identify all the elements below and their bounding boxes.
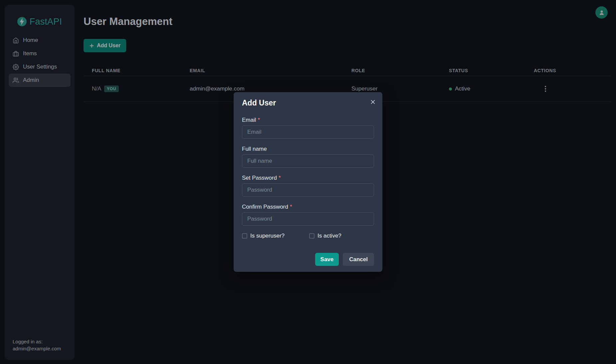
field-full-name: Full name bbox=[242, 145, 374, 168]
is-active-checkbox[interactable] bbox=[309, 233, 314, 239]
checkbox-row: Is superuser? Is active? bbox=[242, 233, 374, 239]
field-label-set-password: Set Password* bbox=[242, 174, 374, 181]
is-active-label: Is active? bbox=[317, 233, 341, 239]
app-root: FastAPI Home Items bbox=[0, 0, 616, 364]
close-icon bbox=[370, 99, 376, 105]
label-text: Confirm Password bbox=[242, 204, 288, 210]
modal-footer: Save Cancel bbox=[242, 253, 374, 266]
required-asterisk: * bbox=[258, 117, 260, 123]
cancel-button[interactable]: Cancel bbox=[343, 253, 374, 266]
save-button[interactable]: Save bbox=[315, 253, 339, 266]
modal-title: Add User bbox=[242, 98, 374, 107]
field-set-password: Set Password* bbox=[242, 174, 374, 197]
field-email: Email* bbox=[242, 116, 374, 139]
field-label-full-name: Full name bbox=[242, 145, 374, 152]
required-asterisk: * bbox=[279, 175, 281, 181]
field-label-email: Email* bbox=[242, 116, 374, 123]
add-user-modal: Add User Email* Full name Set Password* … bbox=[234, 92, 382, 272]
confirm-password-input[interactable] bbox=[242, 212, 374, 226]
is-superuser-label: Is superuser? bbox=[250, 233, 285, 239]
label-text: Full name bbox=[242, 146, 267, 152]
is-active-checkbox-group[interactable]: Is active? bbox=[309, 233, 341, 239]
close-button[interactable] bbox=[368, 97, 377, 106]
email-input[interactable] bbox=[242, 125, 374, 139]
field-confirm-password: Confirm Password* bbox=[242, 203, 374, 226]
is-superuser-checkbox-group[interactable]: Is superuser? bbox=[242, 233, 309, 239]
label-text: Email bbox=[242, 117, 256, 123]
set-password-input[interactable] bbox=[242, 183, 374, 197]
field-label-confirm-password: Confirm Password* bbox=[242, 203, 374, 210]
label-text: Set Password bbox=[242, 175, 277, 181]
is-superuser-checkbox[interactable] bbox=[242, 233, 247, 239]
required-asterisk: * bbox=[290, 204, 292, 210]
full-name-input[interactable] bbox=[242, 154, 374, 168]
